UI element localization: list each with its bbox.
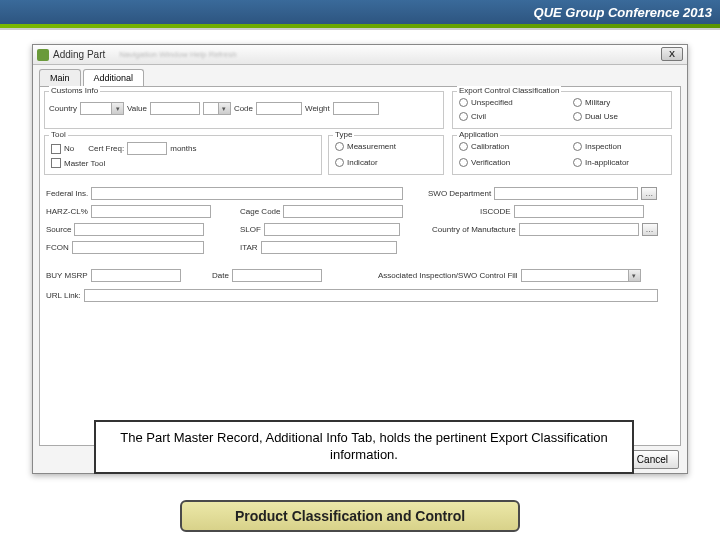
label-verification: Verification xyxy=(471,158,510,167)
date-input[interactable] xyxy=(232,269,322,282)
label-inapp: In-applicator xyxy=(585,158,629,167)
label-inspection: Inspection xyxy=(585,142,621,151)
radio-verification[interactable] xyxy=(459,158,468,167)
certfreq-input[interactable] xyxy=(127,142,167,155)
cage-input[interactable] xyxy=(283,205,403,218)
label-unspecified: Unspecified xyxy=(471,98,513,107)
label-swodept: SWO Department xyxy=(428,189,491,198)
com-browse[interactable]: … xyxy=(642,223,658,236)
check-master[interactable] xyxy=(51,158,61,168)
label-weight: Weight xyxy=(305,104,330,113)
chevron-down-icon: ▾ xyxy=(111,103,123,114)
federal-input[interactable] xyxy=(91,187,403,200)
tab-main[interactable]: Main xyxy=(39,69,81,86)
label-value: Value xyxy=(127,104,147,113)
tab-additional[interactable]: Additional xyxy=(83,69,145,86)
radio-dualuse[interactable] xyxy=(573,112,582,121)
label-civil: Civil xyxy=(471,112,486,121)
label-assoc: Associated Inspection/SWO Control Fill xyxy=(378,271,518,280)
radio-military[interactable] xyxy=(573,98,582,107)
value-input[interactable] xyxy=(150,102,200,115)
label-source: Source xyxy=(46,225,71,234)
brand-text: QUE Group Conference 2013 xyxy=(534,5,712,20)
callout-text: The Part Master Record, Additional Info … xyxy=(120,430,608,462)
fieldset-customs: Customs Info Country ▾ Value ▾ Code Weig… xyxy=(44,91,444,129)
label-country: Country xyxy=(49,104,77,113)
chevron-down-icon: ▾ xyxy=(218,103,230,114)
isocode-input[interactable] xyxy=(514,205,644,218)
tab-strip: Main Additional xyxy=(39,69,687,86)
value-unit[interactable]: ▾ xyxy=(203,102,231,115)
app-icon xyxy=(37,49,49,61)
radio-civil[interactable] xyxy=(459,112,468,121)
label-msrp: BUY MSRP xyxy=(46,271,88,280)
legend-export: Export Control Classification xyxy=(457,86,561,95)
legend-tool: Tool xyxy=(49,130,68,139)
label-dualuse: Dual Use xyxy=(585,112,618,121)
fieldset-type: Type Measurement Indicator xyxy=(328,135,444,175)
brand-bar: QUE Group Conference 2013 xyxy=(0,0,720,24)
itar-input[interactable] xyxy=(261,241,397,254)
label-measurement: Measurement xyxy=(347,142,396,151)
label-harz: HARZ-CL% xyxy=(46,207,88,216)
label-indicator: Indicator xyxy=(347,158,378,167)
label-military: Military xyxy=(585,98,610,107)
fieldset-tool: Tool No Cert Freq: months Master Tool xyxy=(44,135,322,175)
fieldset-export: Export Control Classification Unspecifie… xyxy=(452,91,672,129)
radio-indicator[interactable] xyxy=(335,158,344,167)
radio-inspection[interactable] xyxy=(573,142,582,151)
label-url: URL Link: xyxy=(46,291,81,300)
msrp-input[interactable] xyxy=(91,269,181,282)
assoc-select[interactable]: ▾ xyxy=(521,269,641,282)
title-bar: Adding Part Navigation Window Help Refre… xyxy=(33,45,687,65)
radio-measurement[interactable] xyxy=(335,142,344,151)
window-title: Adding Part xyxy=(53,49,105,60)
weight-input[interactable] xyxy=(333,102,379,115)
label-slof: SLOF xyxy=(240,225,261,234)
legend-type: Type xyxy=(333,130,354,139)
harz-input[interactable] xyxy=(91,205,211,218)
legend-customs: Customs Info xyxy=(49,86,100,95)
chevron-down-icon: ▾ xyxy=(628,270,640,281)
label-calibration: Calibration xyxy=(471,142,509,151)
cancel-label: Cancel xyxy=(637,454,668,465)
label-master: Master Tool xyxy=(64,159,105,168)
callout-box: The Part Master Record, Additional Info … xyxy=(94,420,634,474)
label-com: Country of Manufacture xyxy=(432,225,516,234)
footer-badge: Product Classification and Control xyxy=(180,500,520,532)
close-button[interactable]: X xyxy=(661,47,683,61)
label-months: months xyxy=(170,144,196,153)
label-code: Code xyxy=(234,104,253,113)
fcon-input[interactable] xyxy=(72,241,204,254)
radio-calibration[interactable] xyxy=(459,142,468,151)
radio-inapp[interactable] xyxy=(573,158,582,167)
menu-ghost: Navigation Window Help Refresh xyxy=(119,50,683,59)
accent-bar xyxy=(0,24,720,30)
legend-app: Application xyxy=(457,130,500,139)
label-fcon: FCON xyxy=(46,243,69,252)
url-input[interactable] xyxy=(84,289,658,302)
country-select[interactable]: ▾ xyxy=(80,102,124,115)
label-federal: Federal Ins. xyxy=(46,189,88,198)
com-input[interactable] xyxy=(519,223,639,236)
label-isocode: ISCODE xyxy=(480,207,511,216)
swodept-browse[interactable]: … xyxy=(641,187,657,200)
dialog-window: Adding Part Navigation Window Help Refre… xyxy=(32,44,688,474)
badge-text: Product Classification and Control xyxy=(235,508,465,524)
label-date: Date xyxy=(212,271,229,280)
check-no[interactable] xyxy=(51,144,61,154)
code-input[interactable] xyxy=(256,102,302,115)
label-cage: Cage Code xyxy=(240,207,280,216)
label-no: No xyxy=(64,144,74,153)
source-input[interactable] xyxy=(74,223,204,236)
slof-input[interactable] xyxy=(264,223,400,236)
radio-unspecified[interactable] xyxy=(459,98,468,107)
tab-pane: Customs Info Country ▾ Value ▾ Code Weig… xyxy=(39,86,681,446)
label-itar: ITAR xyxy=(240,243,258,252)
label-certfreq: Cert Freq: xyxy=(88,144,124,153)
fieldset-app: Application Calibration Inspection Verif… xyxy=(452,135,672,175)
swodept-input[interactable] xyxy=(494,187,638,200)
